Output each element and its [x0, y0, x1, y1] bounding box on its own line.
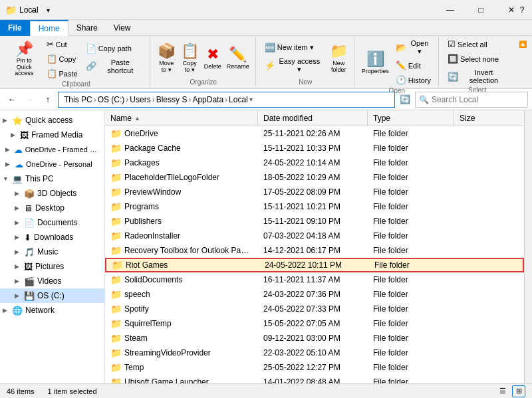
sidebar-item-onedrive-personal[interactable]: ▶ ☁ OneDrive - Personal — [0, 157, 104, 171]
file-cell-name: 📁 Ubisoft Game Launcher — [105, 377, 258, 383]
file-cell-name: 📁 Spotify — [105, 304, 258, 314]
file-icon: 📁 — [110, 172, 122, 183]
file-cell-type: File folder — [368, 231, 454, 241]
file-icon: 📁 — [110, 143, 122, 153]
sidebar-item-network[interactable]: ▶ 🌐 Network — [0, 303, 104, 318]
sidebar-item-music[interactable]: ▶ 🎵 Music — [0, 245, 104, 259]
table-row[interactable]: 📁 Programs 15-11-2021 10:21 PM File fold… — [105, 199, 524, 214]
file-cell-type: File folder — [368, 144, 454, 153]
file-icon: 📁 — [110, 201, 122, 212]
move-to-btn[interactable]: 📦 Moveto ▾ — [156, 41, 178, 75]
help-btn[interactable]: ? — [512, 0, 532, 20]
qat-dropdown-btn[interactable]: ▾ — [43, 3, 53, 17]
file-cell-date: 24-05-2022 10:11 PM — [259, 260, 369, 270]
tab-view[interactable]: View — [106, 20, 139, 36]
sidebar-item-quick-access[interactable]: ▶ ⭐ Quick access — [0, 113, 104, 128]
table-row[interactable]: 📁 RadeonInstaller 07-03-2022 04:18 AM Fi… — [105, 229, 524, 243]
table-row[interactable]: 📁 Riot Games 24-05-2022 10:11 PM File fo… — [105, 258, 524, 272]
qat-back-btn[interactable]: ← — [27, 3, 41, 17]
table-row[interactable]: 📁 Publishers 15-11-2021 09:10 PM File fo… — [105, 214, 524, 229]
copy-btn[interactable]: 📋 Copy — [43, 52, 81, 66]
new-item-btn[interactable]: 🆕 New item ▾ — [261, 41, 325, 54]
select-all-btn[interactable]: ☑ Select all — [444, 37, 511, 51]
table-row[interactable]: 📁 PreviewWindow 17-05-2022 08:09 PM File… — [105, 185, 524, 199]
table-row[interactable]: 📁 Packages 24-05-2022 10:14 AM File fold… — [105, 155, 524, 170]
table-row[interactable]: 📁 Ubisoft Game Launcher 14-01-2022 08:48… — [105, 375, 524, 383]
col-header-size[interactable]: Size — [454, 110, 507, 126]
file-cell-name: 📁 Steam — [105, 333, 258, 344]
file-cell-type: File folder — [368, 348, 454, 357]
sidebar-item-desktop[interactable]: ▶ 🖥 Desktop — [0, 201, 104, 215]
properties-btn[interactable]: ℹ️ Properties — [360, 49, 391, 76]
file-cell-name: 📁 Programs — [105, 201, 258, 212]
table-row[interactable]: 📁 SquirrelTemp 15-05-2022 07:05 AM File … — [105, 316, 524, 331]
sidebar-item-documents[interactable]: ▶ 📄 Documents — [0, 215, 104, 230]
nav-back-btn[interactable]: ← — [4, 92, 20, 108]
history-btn[interactable]: 🕐 History — [392, 73, 434, 87]
table-row[interactable]: 📁 StreamingVideoProvider 22-03-2022 05:1… — [105, 346, 524, 360]
sidebar-item-3d-objects[interactable]: ▶ 📦 3D Objects — [0, 186, 104, 201]
organize-label: Organize — [190, 78, 217, 87]
file-cell-date: 14-12-2021 06:17 PM — [258, 246, 368, 255]
search-input[interactable] — [415, 92, 528, 108]
table-row[interactable]: 📁 SolidDocuments 16-11-2021 11:37 AM Fil… — [105, 272, 524, 287]
table-row[interactable]: 📁 Steam 09-12-2021 03:00 PM File folder — [105, 331, 524, 346]
file-cell-name: 📁 RadeonInstaller — [105, 231, 258, 241]
status-bar: 46 items 1 item selected ☰ ⊞ — [0, 383, 532, 398]
table-row[interactable]: 📁 Temp 25-05-2022 12:27 PM File folder — [105, 360, 524, 375]
ribbon-collapse-btn[interactable]: 🔼 — [517, 39, 528, 49]
copy-to-btn[interactable]: 📋 Copyto ▾ — [179, 41, 201, 75]
file-cell-type: File folder — [368, 246, 454, 255]
sidebar-item-onedrive-framed[interactable]: ▶ ☁ OneDrive - Framed Media — [0, 142, 104, 157]
invert-selection-btn[interactable]: 🔄 Invert selection — [444, 66, 511, 86]
sidebar-item-downloads[interactable]: ▶ ⬇ Downloads — [0, 230, 104, 245]
select-none-btn[interactable]: 🔲 Select none — [444, 52, 511, 66]
tab-file[interactable]: File — [0, 20, 30, 36]
table-row[interactable]: 📁 Recovery Toolbox for Outlook Password … — [105, 243, 524, 258]
table-row[interactable]: 📁 Package Cache 15-11-2021 10:33 PM File… — [105, 141, 524, 155]
edit-btn[interactable]: ✏️ Edit — [392, 58, 434, 72]
nav-forward-btn[interactable]: → — [22, 92, 38, 108]
table-row[interactable]: 📁 speech 24-03-2022 07:36 PM File folder — [105, 287, 524, 302]
sidebar-item-pictures[interactable]: ▶ 🖼 Pictures — [0, 259, 104, 274]
breadcrumb-sep: › — [94, 95, 96, 104]
paste-btn[interactable]: 📋 Paste — [43, 66, 81, 80]
file-cell-name: 📁 Packages — [105, 157, 258, 168]
address-path-bar[interactable]: This PC › OS (C:) › Users › Blessy S › A… — [58, 92, 395, 108]
maximize-btn[interactable]: □ — [466, 0, 496, 20]
file-cell-name: 📁 SolidDocuments — [105, 274, 258, 285]
file-cell-type: File folder — [368, 173, 454, 182]
file-icon: 📁 — [110, 304, 122, 314]
view-detail-btn[interactable]: ⊞ — [512, 385, 525, 397]
sidebar-item-framed-media[interactable]: ▶ 🖼 Framed Media — [0, 128, 104, 142]
sidebar-item-videos[interactable]: ▶ 🎬 Videos — [0, 274, 104, 288]
file-icon: 📁 — [112, 260, 123, 270]
view-list-btn[interactable]: ☰ — [496, 385, 509, 397]
delete-btn[interactable]: ✖ Delete — [202, 44, 223, 72]
open-btn[interactable]: 📂 Open ▾ — [392, 37, 434, 58]
paste-shortcut-btn[interactable]: 🔗 Paste shortcut — [82, 56, 146, 76]
copy-path-btn[interactable]: 📄 Copy path — [82, 42, 146, 56]
sidebar-item-os-c[interactable]: ▶ 💾 OS (C:) — [0, 288, 104, 303]
new-folder-btn[interactable]: 📁 Newfolder — [328, 41, 350, 75]
tab-home[interactable]: Home — [30, 20, 68, 36]
sidebar-item-this-pc[interactable]: ▼ 💻 This PC — [0, 171, 104, 186]
new-label: New — [299, 78, 312, 87]
col-header-name[interactable]: Name ▲ — [105, 110, 258, 126]
table-row[interactable]: 📁 PlaceholderTileLogoFolder 18-05-2022 1… — [105, 170, 524, 185]
breadcrumb-sep: › — [126, 95, 128, 104]
rename-btn[interactable]: ✏️ Rename — [225, 44, 251, 72]
file-icon: 📁 — [110, 231, 122, 241]
col-header-type[interactable]: Type — [368, 110, 454, 126]
easy-access-btn[interactable]: ⚡ Easy access ▾ — [261, 55, 325, 76]
nav-up-btn[interactable]: ↑ — [40, 92, 56, 108]
table-row[interactable]: 📁 Spotify 24-05-2022 07:33 PM File folde… — [105, 302, 524, 316]
tab-share[interactable]: Share — [68, 20, 106, 36]
pin-to-quick-access-btn[interactable]: 📌 Pin to Quickaccess — [7, 39, 42, 80]
minimize-btn[interactable]: — — [435, 0, 466, 20]
cut-btn[interactable]: ✂ Cut — [43, 37, 81, 51]
table-row[interactable]: 📁 OneDrive 25-11-2021 02:26 AM File fold… — [105, 126, 524, 141]
refresh-btn[interactable]: 🔄 — [397, 92, 413, 108]
file-cell-date: 15-11-2021 09:10 PM — [258, 217, 368, 226]
col-header-date[interactable]: Date modified — [258, 110, 368, 126]
